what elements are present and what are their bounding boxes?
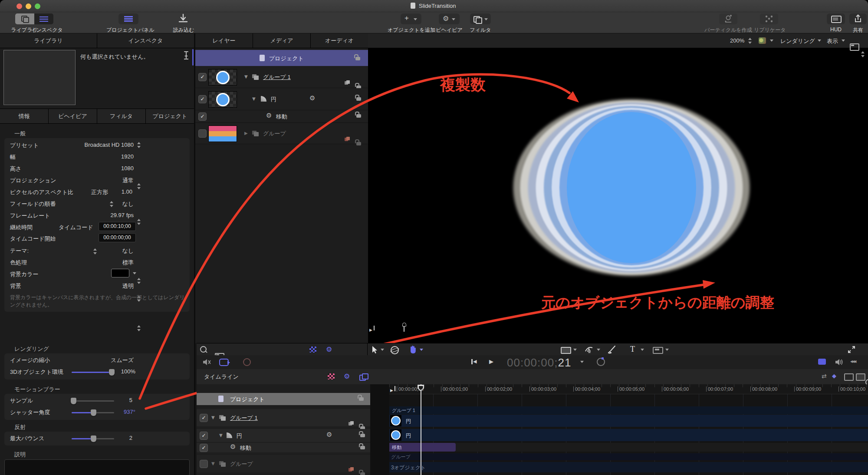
- minimize-button[interactable]: [26, 3, 31, 9]
- tab-behaviors[interactable]: ビヘイビア: [49, 112, 97, 120]
- preset-value[interactable]: Broadcast HD 1080: [85, 142, 134, 148]
- duration-field[interactable]: 00:00:10;00: [99, 222, 136, 231]
- timeline-row-group-off[interactable]: ▼ グループ: [197, 455, 370, 472]
- tab-inspector[interactable]: インスペクタ: [97, 37, 194, 45]
- blend-badge-icon[interactable]: [349, 421, 354, 426]
- gear-icon[interactable]: ⚙: [326, 432, 332, 438]
- duration-mode[interactable]: タイムコード: [59, 224, 93, 231]
- chevron-down-icon[interactable]: [770, 40, 773, 42]
- gear-icon[interactable]: ⚙: [309, 95, 315, 102]
- tab-filters[interactable]: フィルタ: [97, 112, 145, 120]
- behaviors-visibility-icon[interactable]: ⚙: [344, 373, 350, 380]
- env3d-value[interactable]: 100%: [121, 368, 135, 375]
- library-toggle-button[interactable]: [15, 13, 34, 24]
- stepper-icon[interactable]: [137, 278, 141, 284]
- visibility-checkbox[interactable]: ✓: [198, 112, 207, 121]
- unlock-icon[interactable]: [360, 434, 365, 437]
- visibility-checkbox[interactable]: ✓: [198, 73, 207, 81]
- timecode-start-field[interactable]: 00:00:00;00: [99, 233, 136, 242]
- unlock-icon[interactable]: [356, 114, 361, 118]
- shutter-value[interactable]: 937°: [124, 409, 135, 415]
- zoom-level[interactable]: 200%: [730, 37, 744, 44]
- timeline-row-circle[interactable]: ✓ ▼ 円 ⚙: [197, 429, 370, 442]
- disclosure-triangle-icon[interactable]: ▼: [252, 96, 256, 101]
- row-name[interactable]: 移動: [240, 444, 251, 452]
- tab-project[interactable]: プロジェクト: [146, 112, 194, 120]
- tab-library[interactable]: ライブラリ: [0, 37, 97, 45]
- chevron-down-icon[interactable]: [641, 349, 644, 351]
- bezier-tool-icon[interactable]: [585, 345, 593, 354]
- fast-rewind-icon[interactable]: ◀◀◀: [850, 360, 855, 363]
- chevron-down-icon[interactable]: [818, 40, 821, 42]
- slider-thumb[interactable]: [71, 398, 76, 404]
- blend-badge-icon[interactable]: [349, 467, 354, 472]
- tab-layers[interactable]: レイヤー: [195, 37, 253, 45]
- chevron-down-icon[interactable]: [580, 361, 584, 363]
- disclosure-triangle-icon[interactable]: ▼: [211, 415, 215, 420]
- track-row-group[interactable]: グループ: [389, 453, 868, 460]
- visibility-checkbox[interactable]: ✓: [200, 444, 208, 452]
- description-textarea[interactable]: [4, 459, 190, 475]
- samples-value[interactable]: 5: [129, 397, 132, 403]
- add-object-button[interactable]: +: [401, 13, 421, 24]
- width-value[interactable]: 1920: [121, 153, 134, 160]
- chevron-down-icon[interactable]: [665, 349, 669, 351]
- env3d-slider[interactable]: [72, 372, 114, 373]
- render-menu[interactable]: レンダリング: [780, 37, 815, 45]
- chevron-down-icon[interactable]: [842, 40, 845, 42]
- blend-badge-icon[interactable]: [345, 137, 350, 142]
- layer-name[interactable]: グループ 1: [263, 73, 291, 81]
- unlock-icon[interactable]: [356, 97, 361, 101]
- projection-value[interactable]: 通常: [122, 177, 134, 185]
- record-icon[interactable]: [243, 358, 251, 366]
- stepper-icon[interactable]: [137, 183, 141, 189]
- import-button[interactable]: [176, 13, 191, 25]
- play-button[interactable]: ▶: [489, 358, 493, 365]
- loop-playback-icon[interactable]: [219, 359, 229, 366]
- unlock-icon[interactable]: [359, 397, 364, 401]
- hud-button[interactable]: [827, 13, 845, 24]
- slider-thumb[interactable]: [91, 435, 96, 442]
- slider-thumb[interactable]: [91, 409, 96, 416]
- tab-timeline[interactable]: タイムライン: [204, 373, 239, 381]
- select-tool-icon[interactable]: [372, 346, 378, 353]
- pin-icon[interactable]: [183, 51, 190, 60]
- visibility-checkbox[interactable]: ✓: [198, 95, 207, 103]
- tab-audio[interactable]: オーディオ: [311, 37, 368, 45]
- tab-media[interactable]: メディア: [253, 37, 310, 45]
- inspector-toggle-button[interactable]: [34, 13, 53, 24]
- rectangle-tool-icon[interactable]: [561, 347, 571, 354]
- theme-value[interactable]: なし: [122, 247, 134, 255]
- channel-swatch-icon[interactable]: [759, 37, 766, 44]
- canvas-mini-playhead[interactable]: [402, 323, 406, 332]
- track-bar-group1[interactable]: グループ 1: [389, 406, 868, 414]
- add-layer-icon[interactable]: [856, 373, 865, 381]
- visibility-checkbox-unchecked[interactable]: [198, 129, 207, 138]
- layer-thumbnail[interactable]: [208, 125, 237, 142]
- track-bar-circle1[interactable]: 円: [389, 415, 868, 427]
- layer-row-move[interactable]: ✓ ⚙ 移動: [195, 110, 368, 123]
- bounce-slider[interactable]: [72, 438, 114, 439]
- bg-value[interactable]: 透明: [122, 282, 134, 290]
- chevron-down-icon[interactable]: [573, 349, 577, 351]
- unlock-icon[interactable]: [360, 446, 365, 449]
- search-icon[interactable]: [200, 346, 207, 353]
- text-tool-icon[interactable]: T: [630, 345, 635, 354]
- shutter-slider[interactable]: [72, 412, 114, 413]
- keyframes-visibility-icon[interactable]: [328, 373, 335, 379]
- visibility-checkbox[interactable]: ✓: [200, 414, 208, 422]
- zoom-button[interactable]: [35, 3, 40, 9]
- unlock-icon[interactable]: [356, 142, 361, 145]
- stepper-icon[interactable]: [137, 219, 141, 225]
- disclosure-triangle-icon[interactable]: ▼: [211, 461, 215, 466]
- timeline-row-group1[interactable]: ✓ ▼ グループ 1: [197, 409, 370, 426]
- project-row[interactable]: プロジェクト: [195, 50, 368, 66]
- share-button[interactable]: [849, 13, 867, 24]
- playhead-line[interactable]: [421, 384, 421, 475]
- downscale-value[interactable]: スムーズ: [111, 356, 134, 364]
- unlock-icon[interactable]: [355, 57, 360, 60]
- unlock-icon[interactable]: [360, 472, 365, 475]
- stepper-icon[interactable]: [93, 248, 97, 254]
- layer-row-circle[interactable]: ✓ ▼ 円 ⚙: [195, 88, 368, 110]
- layer-row-group1[interactable]: ✓ ▼ グループ 1: [195, 66, 368, 88]
